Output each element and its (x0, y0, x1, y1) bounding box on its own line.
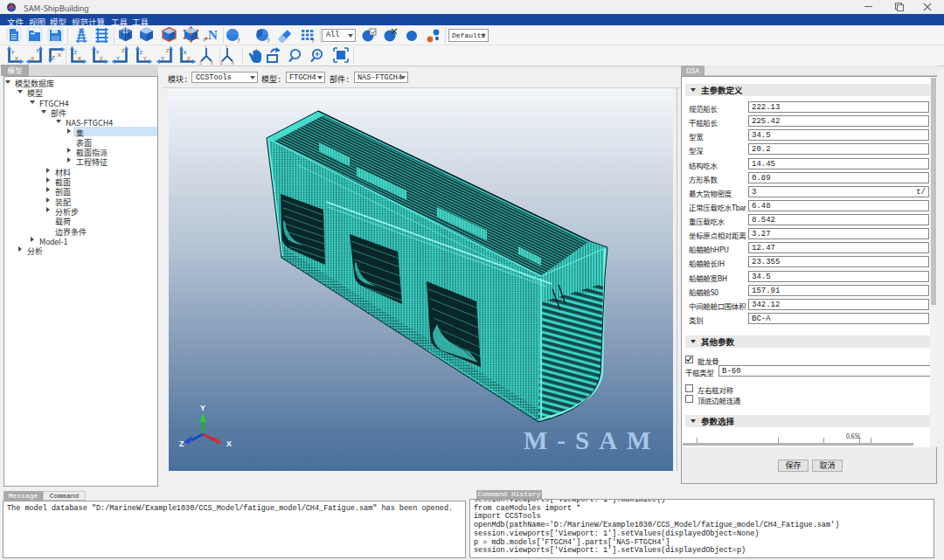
svg-text:X: X (15, 56, 18, 61)
svg-text:Z: Z (74, 50, 78, 55)
svg-text:Z: Z (179, 439, 184, 448)
svg-text:Y: Y (116, 56, 120, 61)
svg-text:Y: Y (11, 50, 15, 55)
svg-text:Y: Y (161, 56, 164, 61)
svg-text:X: X (226, 439, 232, 448)
svg-text:X: X (211, 59, 213, 66)
svg-text:Z: Z (100, 56, 103, 61)
svg-text:Z: Z (52, 55, 55, 60)
svg-text:?: ? (237, 36, 240, 45)
svg-text:X: X (58, 52, 61, 58)
svg-text:Y: Y (225, 45, 228, 49)
svg-text:?: ? (267, 36, 270, 45)
svg-text:Z: Z (199, 59, 202, 66)
svg-text:Y: Y (143, 56, 147, 61)
svg-text:d: d (203, 36, 205, 42)
svg-text:Y: Y (36, 48, 39, 53)
svg-text:M-SAM: M-SAM (524, 426, 660, 454)
svg-text:?: ? (311, 36, 315, 45)
svg-text:N: N (208, 28, 218, 42)
svg-text:Z: Z (187, 56, 191, 61)
svg-text:Z: Z (166, 48, 170, 53)
svg-text:Z: Z (220, 59, 223, 66)
svg-text:X: X (184, 50, 187, 55)
svg-text:X: X (31, 56, 34, 61)
svg-text:X: X (78, 56, 81, 61)
svg-text:Y: Y (200, 404, 205, 412)
svg-text:X: X (232, 59, 234, 66)
svg-text:Y: Y (96, 50, 100, 55)
svg-text:Z: Z (140, 50, 143, 55)
svg-text:Y: Y (204, 45, 207, 49)
svg-text:Z: Z (121, 48, 125, 53)
